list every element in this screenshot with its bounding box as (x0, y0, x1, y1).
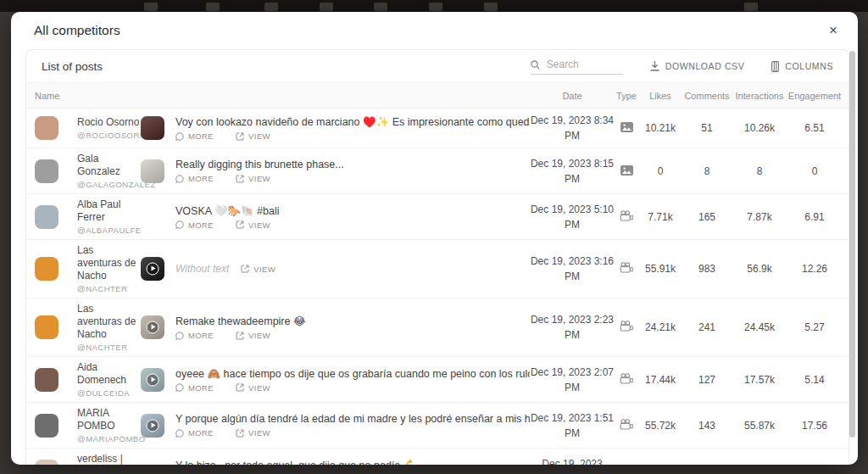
download-csv-label: DOWNLOAD CSV (665, 61, 745, 71)
view-label: VIEW (248, 428, 270, 438)
more-button[interactable]: MORE (175, 383, 214, 393)
view-button[interactable]: VIEW (236, 383, 270, 393)
external-link-icon (241, 265, 249, 273)
view-button[interactable]: VIEW (236, 174, 270, 183)
engagement-value: 5.14 (787, 374, 842, 386)
competitor-handle: @NACHTER (77, 284, 141, 293)
more-label: MORE (188, 428, 214, 438)
speech-bubble-icon (175, 132, 184, 141)
engagement-value: 5.27 (787, 321, 842, 333)
post-cell: Without text VIEW (141, 257, 530, 281)
avatar (35, 116, 58, 140)
more-button[interactable]: MORE (175, 220, 214, 230)
more-button[interactable]: MORE (175, 131, 214, 141)
table-row: Las aventuras de Nacho @NACHTER Remake t… (26, 298, 849, 357)
photo-type-icon (620, 122, 633, 132)
without-text-label: Without text (175, 263, 229, 275)
without-text-block: Without text VIEW (175, 263, 530, 275)
comments-value: 8 (682, 165, 732, 177)
external-link-icon (236, 429, 244, 438)
background-icon (429, 3, 442, 11)
avatar (35, 414, 58, 438)
download-icon (650, 61, 659, 71)
interactions-value: 55.87k (732, 420, 787, 432)
post-date: Dec 19, 2023 5:10 PM (530, 202, 615, 232)
video-type-icon (620, 465, 633, 466)
speech-bubble-icon (175, 429, 184, 438)
columns-icon (771, 61, 779, 72)
interactions-value: 7.87k (732, 211, 787, 223)
post-cell: Really digging this brunette phase... MO… (141, 159, 530, 183)
more-button[interactable]: MORE (175, 428, 214, 438)
competitor-name: MARIA POMBO (77, 407, 141, 432)
page-title: All competitors (34, 23, 120, 38)
background-app-bar (0, 0, 868, 12)
post-cell: VOSKA 🤍🐎🐚 #bali MORE VIEW (141, 204, 530, 230)
avatar (35, 460, 58, 466)
view-label: VIEW (248, 131, 270, 141)
table-row: Rocio Osorno @ROCIOOSORNO Voy con lookaz… (26, 109, 849, 148)
comments-value: 983 (682, 263, 732, 275)
more-button[interactable]: MORE (175, 331, 214, 340)
post-cell: oyeee 🙈 hace tiempo os dije que os graba… (141, 367, 530, 393)
competitor-cell: Rocio Osorno @ROCIOOSORNO (26, 116, 141, 140)
competitor-handle: @ROCIOOSORNO (77, 131, 141, 140)
column-header-date: Date (530, 91, 615, 101)
post-thumbnail (141, 315, 164, 339)
view-button[interactable]: VIEW (236, 131, 270, 141)
all-competitors-modal: All competitors × List of posts DOWNLOAD… (11, 12, 858, 465)
table-row: verdeliss | Estefi Unzu @VERDELISS Y lo … (26, 449, 849, 465)
engagement-value: 17.56 (787, 420, 842, 432)
video-type-icon (620, 210, 633, 221)
comments-value: 165 (682, 211, 732, 223)
post-thumbnail (141, 159, 164, 183)
likes-value: 55.72k (638, 420, 682, 432)
post-cell: Voy con lookazo navideño de marciano ♥️✨… (141, 115, 530, 141)
download-csv-button[interactable]: DOWNLOAD CSV (650, 61, 745, 71)
play-icon (147, 419, 159, 432)
view-label: VIEW (248, 174, 270, 183)
competitor-handle: @MARIAPOMBO (77, 434, 141, 443)
caption-block: Voy con lookazo navideño de marciano ♥️✨… (175, 115, 530, 141)
video-type-icon (620, 262, 633, 273)
more-button[interactable]: MORE (175, 174, 214, 183)
post-date: Dec 19, 2023 8:15 PM (530, 156, 615, 187)
post-caption: Really digging this brunette phase... (175, 159, 530, 170)
speech-bubble-icon (175, 220, 184, 229)
external-link-icon (236, 175, 244, 183)
view-label: VIEW (248, 331, 270, 340)
more-label: MORE (188, 220, 214, 230)
interactions-value: 8 (732, 165, 787, 177)
competitor-handle: @NACHTER (77, 343, 141, 352)
background-icon (374, 3, 387, 11)
view-button[interactable]: VIEW (236, 331, 270, 340)
view-button[interactable]: VIEW (236, 428, 270, 438)
competitor-name: Las aventuras de Nacho (77, 303, 141, 341)
speech-bubble-icon (175, 332, 184, 340)
search-input[interactable] (545, 58, 623, 71)
post-thumbnail (141, 116, 164, 140)
column-header-likes: Likes (638, 91, 682, 101)
view-button[interactable]: VIEW (236, 220, 270, 230)
external-link-icon (236, 220, 244, 229)
search-field[interactable] (531, 58, 623, 75)
post-caption: Y porque algún día tendré la edad de mi … (175, 413, 530, 425)
competitor-cell: Las aventuras de Nacho @NACHTER (26, 303, 141, 352)
avatar (35, 368, 58, 392)
speech-bubble-icon (175, 383, 184, 392)
post-date: Dec 19, 2023 12:35 AM (530, 456, 615, 466)
close-icon[interactable]: × (826, 21, 841, 39)
post-caption: Voy con lookazo navideño de marciano ♥️✨… (175, 115, 530, 128)
vertical-scrollbar[interactable] (849, 51, 855, 438)
likes-value: 10.21k (638, 122, 682, 134)
post-caption: Remake thewadeempire 😂 (175, 315, 530, 327)
modal-header: All competitors × (11, 12, 858, 46)
competitor-handle: @GALAGONZALEZ (77, 180, 141, 189)
engagement-value: 0 (787, 165, 842, 177)
columns-button[interactable]: COLUMNS (771, 61, 833, 72)
competitor-cell: MARIA POMBO @MARIAPOMBO (26, 407, 141, 443)
competitor-name: verdeliss | Estefi Unzu (77, 453, 141, 465)
view-button[interactable]: VIEW (241, 265, 275, 274)
column-header-name: Name (26, 91, 141, 101)
post-date: Dec 19, 2023 8:34 PM (530, 113, 615, 143)
